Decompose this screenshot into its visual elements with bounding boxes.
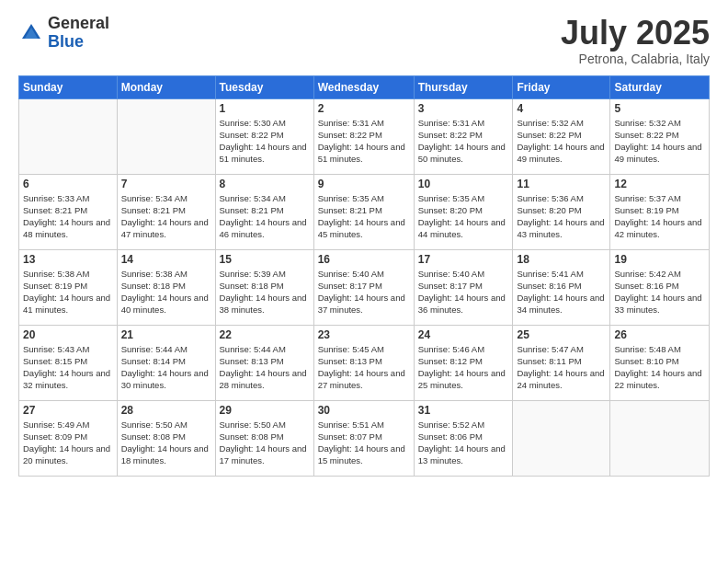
table-row: 21Sunrise: 5:44 AM Sunset: 8:14 PM Dayli… [117,325,215,400]
month-title: July 2025 [561,15,710,52]
table-row: 31Sunrise: 5:52 AM Sunset: 8:06 PM Dayli… [414,400,513,476]
table-row: 12Sunrise: 5:37 AM Sunset: 8:19 PM Dayli… [610,174,710,249]
table-row: 29Sunrise: 5:50 AM Sunset: 8:08 PM Dayli… [215,400,313,476]
day-info: Sunrise: 5:44 AM Sunset: 8:14 PM Dayligh… [121,343,211,392]
logo-blue: Blue [48,33,109,52]
calendar-week-row: 27Sunrise: 5:49 AM Sunset: 8:09 PM Dayli… [19,400,710,476]
col-saturday: Saturday [610,75,710,98]
day-info: Sunrise: 5:37 AM Sunset: 8:19 PM Dayligh… [614,192,705,241]
day-info: Sunrise: 5:42 AM Sunset: 8:16 PM Dayligh… [614,268,705,316]
day-number: 1 [220,102,310,115]
table-row: 23Sunrise: 5:45 AM Sunset: 8:13 PM Dayli… [313,325,414,400]
day-info: Sunrise: 5:38 AM Sunset: 8:19 PM Dayligh… [23,268,113,316]
day-number: 29 [220,404,310,417]
day-info: Sunrise: 5:51 AM Sunset: 8:07 PM Dayligh… [318,419,410,467]
day-number: 9 [318,178,410,190]
col-sunday: Sunday [19,75,118,98]
day-info: Sunrise: 5:35 AM Sunset: 8:20 PM Dayligh… [418,192,509,241]
day-number: 17 [418,253,509,266]
calendar-header-row: Sunday Monday Tuesday Wednesday Thursday… [19,75,710,98]
table-row: 9Sunrise: 5:35 AM Sunset: 8:21 PM Daylig… [313,174,414,249]
table-row [117,98,215,174]
day-number: 5 [614,102,705,115]
day-number: 23 [318,328,410,341]
day-info: Sunrise: 5:30 AM Sunset: 8:22 PM Dayligh… [220,117,310,166]
day-info: Sunrise: 5:40 AM Sunset: 8:17 PM Dayligh… [318,268,410,316]
day-number: 19 [614,253,705,266]
day-info: Sunrise: 5:52 AM Sunset: 8:06 PM Dayligh… [418,419,509,467]
day-info: Sunrise: 5:31 AM Sunset: 8:22 PM Dayligh… [418,117,509,166]
table-row: 7Sunrise: 5:34 AM Sunset: 8:21 PM Daylig… [117,174,215,249]
col-wednesday: Wednesday [313,75,414,98]
table-row: 1Sunrise: 5:30 AM Sunset: 8:22 PM Daylig… [215,98,313,174]
day-info: Sunrise: 5:41 AM Sunset: 8:16 PM Dayligh… [517,268,606,316]
day-number: 31 [418,404,509,417]
day-info: Sunrise: 5:45 AM Sunset: 8:13 PM Dayligh… [318,343,410,392]
day-info: Sunrise: 5:44 AM Sunset: 8:13 PM Dayligh… [220,343,310,392]
logo-icon [18,20,44,46]
day-info: Sunrise: 5:43 AM Sunset: 8:15 PM Dayligh… [23,343,113,392]
day-number: 27 [23,404,113,417]
day-number: 14 [121,253,211,266]
table-row: 27Sunrise: 5:49 AM Sunset: 8:09 PM Dayli… [19,400,118,476]
table-row [513,400,610,476]
table-row: 8Sunrise: 5:34 AM Sunset: 8:21 PM Daylig… [215,174,313,249]
day-info: Sunrise: 5:38 AM Sunset: 8:18 PM Dayligh… [121,268,211,316]
day-number: 15 [220,253,310,266]
location: Petrona, Calabria, Italy [561,52,710,66]
table-row: 25Sunrise: 5:47 AM Sunset: 8:11 PM Dayli… [513,325,610,400]
table-row [19,98,118,174]
logo-text: General Blue [48,15,109,52]
day-info: Sunrise: 5:33 AM Sunset: 8:21 PM Dayligh… [23,192,113,241]
day-info: Sunrise: 5:35 AM Sunset: 8:21 PM Dayligh… [318,192,410,241]
day-number: 10 [418,178,509,190]
table-row: 13Sunrise: 5:38 AM Sunset: 8:19 PM Dayli… [19,249,118,325]
day-number: 13 [23,253,113,266]
table-row: 17Sunrise: 5:40 AM Sunset: 8:17 PM Dayli… [414,249,513,325]
table-row: 10Sunrise: 5:35 AM Sunset: 8:20 PM Dayli… [414,174,513,249]
table-row [610,400,710,476]
col-friday: Friday [513,75,610,98]
day-number: 11 [517,178,606,190]
table-row: 4Sunrise: 5:32 AM Sunset: 8:22 PM Daylig… [513,98,610,174]
table-row: 20Sunrise: 5:43 AM Sunset: 8:15 PM Dayli… [19,325,118,400]
day-info: Sunrise: 5:50 AM Sunset: 8:08 PM Dayligh… [121,419,211,467]
day-number: 4 [517,102,606,115]
day-number: 30 [318,404,410,417]
day-info: Sunrise: 5:32 AM Sunset: 8:22 PM Dayligh… [517,117,606,166]
calendar-week-row: 20Sunrise: 5:43 AM Sunset: 8:15 PM Dayli… [19,325,710,400]
table-row: 28Sunrise: 5:50 AM Sunset: 8:08 PM Dayli… [117,400,215,476]
table-row: 11Sunrise: 5:36 AM Sunset: 8:20 PM Dayli… [513,174,610,249]
day-number: 28 [121,404,211,417]
day-number: 26 [614,328,705,341]
day-info: Sunrise: 5:39 AM Sunset: 8:18 PM Dayligh… [220,268,310,316]
calendar-week-row: 6Sunrise: 5:33 AM Sunset: 8:21 PM Daylig… [19,174,710,249]
day-info: Sunrise: 5:31 AM Sunset: 8:22 PM Dayligh… [318,117,410,166]
day-number: 24 [418,328,509,341]
day-info: Sunrise: 5:34 AM Sunset: 8:21 PM Dayligh… [220,192,310,241]
table-row: 26Sunrise: 5:48 AM Sunset: 8:10 PM Dayli… [610,325,710,400]
day-number: 2 [318,102,410,115]
table-row: 3Sunrise: 5:31 AM Sunset: 8:22 PM Daylig… [414,98,513,174]
day-info: Sunrise: 5:36 AM Sunset: 8:20 PM Dayligh… [517,192,606,241]
table-row: 5Sunrise: 5:32 AM Sunset: 8:22 PM Daylig… [610,98,710,174]
day-number: 8 [220,178,310,190]
day-info: Sunrise: 5:50 AM Sunset: 8:08 PM Dayligh… [220,419,310,467]
day-number: 3 [418,102,509,115]
day-info: Sunrise: 5:47 AM Sunset: 8:11 PM Dayligh… [517,343,606,392]
col-thursday: Thursday [414,75,513,98]
col-monday: Monday [117,75,215,98]
logo: General Blue [18,15,109,52]
table-row: 16Sunrise: 5:40 AM Sunset: 8:17 PM Dayli… [313,249,414,325]
day-number: 12 [614,178,705,190]
table-row: 18Sunrise: 5:41 AM Sunset: 8:16 PM Dayli… [513,249,610,325]
day-number: 20 [23,328,113,341]
day-info: Sunrise: 5:40 AM Sunset: 8:17 PM Dayligh… [418,268,509,316]
day-info: Sunrise: 5:32 AM Sunset: 8:22 PM Dayligh… [614,117,705,166]
title-block: July 2025 Petrona, Calabria, Italy [561,15,710,66]
logo-general: General [48,15,109,33]
calendar-week-row: 1Sunrise: 5:30 AM Sunset: 8:22 PM Daylig… [19,98,710,174]
day-info: Sunrise: 5:34 AM Sunset: 8:21 PM Dayligh… [121,192,211,241]
day-number: 16 [318,253,410,266]
table-row: 15Sunrise: 5:39 AM Sunset: 8:18 PM Dayli… [215,249,313,325]
